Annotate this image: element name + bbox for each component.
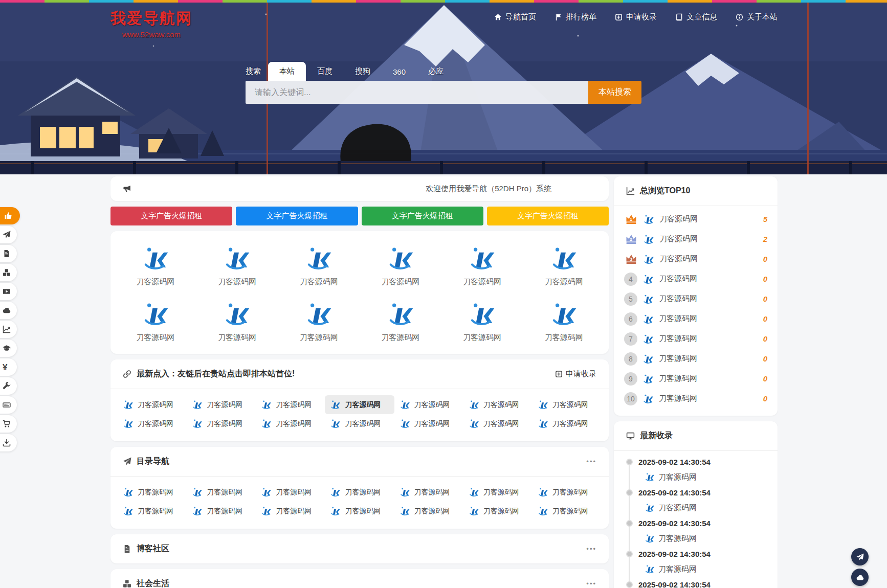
site-link[interactable]: 刀客源码网 xyxy=(187,414,256,433)
top10-row[interactable]: 10刀客源码网0 xyxy=(624,389,767,409)
search-tab-必应[interactable]: 必应 xyxy=(417,62,455,81)
top10-row[interactable]: 5刀客源码网0 xyxy=(624,289,767,309)
site-link[interactable]: 刀客源码网 xyxy=(463,483,533,502)
site-card[interactable]: 刀客源码网 xyxy=(115,244,196,287)
ad-banner-button[interactable]: 文字广告火爆招租 xyxy=(487,207,609,225)
site-link[interactable]: 刀客源码网 xyxy=(463,502,533,521)
apply-inclusion-link[interactable]: 申请收录 xyxy=(555,369,596,379)
site-link[interactable]: 刀客源码网 xyxy=(187,483,256,502)
site-card[interactable]: 刀客源码网 xyxy=(523,300,605,343)
top10-row[interactable]: 6刀客源码网0 xyxy=(624,309,767,329)
site-link[interactable]: 刀客源码网 xyxy=(118,414,187,433)
site-link[interactable]: 刀客源码网 xyxy=(118,395,187,414)
search-tab-搜狗[interactable]: 搜狗 xyxy=(344,62,382,81)
rank-number-badge: 5 xyxy=(624,292,637,306)
rail-button[interactable] xyxy=(0,302,17,319)
site-card[interactable]: 刀客源码网 xyxy=(360,300,441,343)
site-link[interactable]: 刀客源码网 xyxy=(394,414,463,433)
site-link[interactable]: 刀客源码网 xyxy=(325,395,394,414)
site-link[interactable]: 刀客源码网 xyxy=(118,483,187,502)
more-ellipsis-button[interactable]: ••• xyxy=(586,580,596,587)
rail-button[interactable] xyxy=(0,283,17,300)
site-link-name: 刀客源码网 xyxy=(345,507,381,516)
site-link[interactable]: 刀客源码网 xyxy=(256,414,325,433)
site-link[interactable]: 刀客源码网 xyxy=(394,483,463,502)
site-link[interactable]: 刀客源码网 xyxy=(325,502,394,521)
more-ellipsis-button[interactable]: ••• xyxy=(586,458,596,465)
nav-item-申请收录[interactable]: 申请收录 xyxy=(615,12,657,22)
rail-button[interactable] xyxy=(0,321,17,338)
ad-banner-button[interactable]: 文字广告火爆招租 xyxy=(110,207,232,225)
dk-logo xyxy=(642,313,654,325)
site-link[interactable]: 刀客源码网 xyxy=(118,502,187,521)
chart-line-icon xyxy=(626,187,635,195)
site-card[interactable]: 刀客源码网 xyxy=(441,300,523,343)
site-card[interactable]: 刀客源码网 xyxy=(523,244,605,287)
site-link[interactable]: 刀客源码网 xyxy=(256,483,325,502)
top10-row[interactable]: 2刀客源码网2 xyxy=(624,229,767,249)
site-link[interactable]: 刀客源码网 xyxy=(463,395,533,414)
site-card[interactable]: 刀客源码网 xyxy=(360,244,441,287)
site-link[interactable]: 刀客源码网 xyxy=(533,502,602,521)
nav-item-排行榜单[interactable]: 排行榜单 xyxy=(555,12,596,22)
rail-button[interactable] xyxy=(0,396,17,414)
site-link[interactable]: 刀客源码网 xyxy=(463,414,533,433)
site-card[interactable]: 刀客源码网 xyxy=(115,300,196,343)
site-link[interactable]: 刀客源码网 xyxy=(394,502,463,521)
site-link[interactable]: 刀客源码网 xyxy=(256,395,325,414)
social-title: 社会生活 xyxy=(137,578,169,588)
site-card[interactable]: 刀客源码网 xyxy=(278,244,360,287)
rail-button[interactable] xyxy=(0,245,17,262)
search-tab-360[interactable]: 360 xyxy=(382,63,417,81)
timeline-site-link[interactable]: 刀客源码网 xyxy=(645,503,767,513)
site-card[interactable]: 刀客源码网 xyxy=(196,244,278,287)
site-link[interactable]: 刀客源码网 xyxy=(533,414,602,433)
top10-view-count: 0 xyxy=(763,255,767,263)
search-tab-百度[interactable]: 百度 xyxy=(306,62,344,81)
top10-row[interactable]: 3刀客源码网0 xyxy=(624,249,767,269)
dk-logo xyxy=(643,214,654,225)
rail-button[interactable]: ¥ xyxy=(0,358,17,376)
top10-row[interactable]: 7刀客源码网0 xyxy=(624,329,767,349)
site-link[interactable]: 刀客源码网 xyxy=(394,395,463,414)
site-search-button[interactable]: 本站搜索 xyxy=(588,81,641,104)
more-ellipsis-button[interactable]: ••• xyxy=(586,545,596,553)
timeline-site-link[interactable]: 刀客源码网 xyxy=(645,564,767,574)
rail-button[interactable] xyxy=(0,207,20,224)
site-card[interactable]: 刀客源码网 xyxy=(196,300,278,343)
rail-button[interactable] xyxy=(0,264,17,281)
timeline-site-link[interactable]: 刀客源码网 xyxy=(645,533,767,544)
rail-button[interactable] xyxy=(0,226,17,243)
floating-button[interactable] xyxy=(851,569,869,586)
ad-banner-button[interactable]: 文字广告火爆招租 xyxy=(362,207,483,225)
dk-logo xyxy=(400,506,410,516)
video-icon xyxy=(3,287,11,296)
site-link[interactable]: 刀客源码网 xyxy=(533,395,602,414)
nav-item-文章信息[interactable]: 文章信息 xyxy=(675,12,717,22)
site-card[interactable]: 刀客源码网 xyxy=(278,300,360,343)
timeline-site-link[interactable]: 刀客源码网 xyxy=(645,472,767,482)
search-input[interactable] xyxy=(246,81,588,104)
nav-item-导航首页[interactable]: 导航首页 xyxy=(494,12,536,22)
search-tab-本站[interactable]: 本站 xyxy=(268,62,306,81)
nav-item-关于本站[interactable]: 关于本站 xyxy=(736,12,778,22)
site-link[interactable]: 刀客源码网 xyxy=(325,414,394,433)
site-link[interactable]: 刀客源码网 xyxy=(187,502,256,521)
site-link[interactable]: 刀客源码网 xyxy=(187,395,256,414)
top10-row[interactable]: 4刀客源码网0 xyxy=(624,269,767,289)
dk-logo xyxy=(468,244,496,272)
dk-logo xyxy=(123,418,134,429)
rail-button[interactable] xyxy=(0,340,17,357)
site-link[interactable]: 刀客源码网 xyxy=(325,483,394,502)
top10-row[interactable]: 1刀客源码网5 xyxy=(624,209,767,229)
rail-button[interactable] xyxy=(0,415,17,433)
top10-row[interactable]: 8刀客源码网0 xyxy=(624,349,767,369)
rail-button[interactable] xyxy=(0,377,17,395)
rail-button[interactable] xyxy=(0,434,17,451)
floating-button[interactable] xyxy=(851,548,869,566)
top10-row[interactable]: 9刀客源码网0 xyxy=(624,369,767,389)
site-card[interactable]: 刀客源码网 xyxy=(441,244,523,287)
ad-banner-button[interactable]: 文字广告火爆招租 xyxy=(236,207,358,225)
site-link[interactable]: 刀客源码网 xyxy=(533,483,602,502)
site-link[interactable]: 刀客源码网 xyxy=(256,502,325,521)
